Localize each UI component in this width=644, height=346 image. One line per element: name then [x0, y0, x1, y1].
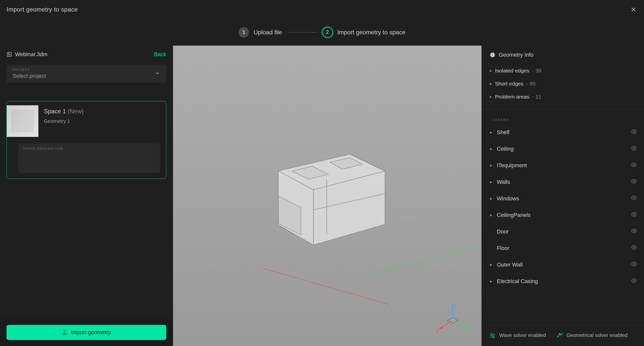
geometry-info-name: Isolated edges — [495, 68, 529, 74]
visibility-toggle[interactable] — [631, 162, 637, 169]
step-upload[interactable]: 1 Upload file — [238, 27, 282, 38]
geometry-info-item[interactable]: ▶Isolated edges - 39 — [490, 64, 636, 77]
visibility-toggle[interactable] — [631, 178, 637, 186]
wave-solver-status: Wave solver enabled — [489, 332, 546, 338]
visibility-toggle[interactable] — [631, 228, 637, 235]
space-card[interactable]: Space 1 (New) Geometry 1 SPACE DESCRIPTI… — [7, 101, 166, 179]
geometry-info-item[interactable]: ▶Short edges - 95 — [490, 77, 636, 90]
caret-right-icon: ▶ — [489, 280, 493, 283]
svg-marker-13 — [451, 303, 454, 306]
gizmo-z-label: Z — [454, 302, 457, 307]
svg-point-32 — [561, 333, 562, 334]
layer-row[interactable]: ▶Windows — [488, 190, 638, 207]
visibility-toggle[interactable] — [631, 278, 637, 285]
geometry-info-name: Short edges — [495, 81, 523, 87]
wave-icon — [489, 332, 496, 338]
step-number-2: 2 — [322, 27, 333, 38]
step-connector — [288, 32, 317, 33]
svg-point-30 — [633, 280, 635, 281]
right-divider — [482, 109, 644, 110]
back-link[interactable]: Back — [154, 51, 166, 58]
right-panel: Geometry info ▶Isolated edges - 39▶Short… — [481, 46, 644, 346]
layer-name: Floor — [493, 245, 631, 251]
svg-line-16 — [453, 320, 465, 327]
space-description-input[interactable]: SPACE DESCRIPTION — [18, 143, 160, 173]
visibility-toggle[interactable] — [631, 211, 637, 219]
left-panel: Webinar.3dm Back PROJECT Select project — [0, 46, 173, 346]
space-description-label: SPACE DESCRIPTION — [23, 147, 155, 150]
layer-row[interactable]: ▶Floor — [488, 240, 638, 256]
caret-right-icon: ▶ — [489, 263, 493, 267]
geometry-solver-icon — [556, 332, 563, 338]
svg-rect-20 — [492, 54, 493, 54]
gizmo-y-label: Y — [467, 328, 470, 332]
svg-point-23 — [633, 164, 635, 165]
import-geometry-button[interactable]: Import geometry — [7, 325, 166, 340]
layer-name: Electrical Casing — [493, 278, 631, 285]
svg-point-31 — [557, 336, 558, 337]
file-name: Webinar.3dm — [15, 51, 47, 58]
geometrical-solver-status: Geometrical solver enabled — [556, 332, 627, 338]
caret-right-icon: ▶ — [490, 82, 492, 85]
info-icon — [490, 52, 495, 58]
import-modal: Import geometry to space 1 Upload file 2… — [0, 0, 644, 346]
import-button-label: Import geometry — [71, 329, 111, 336]
left-divider — [0, 90, 173, 90]
visibility-toggle[interactable] — [631, 129, 637, 136]
axis-gizmo[interactable]: Z X Y — [434, 301, 471, 338]
close-button[interactable] — [629, 6, 637, 14]
step-import[interactable]: 2 Import geometry to space — [322, 27, 406, 38]
project-select-label: PROJECT — [13, 68, 46, 72]
gizmo-x-label: X — [436, 329, 439, 333]
layer-row[interactable]: ▶Outer Wall — [488, 256, 638, 273]
layer-row[interactable]: ▶ITequipment — [488, 157, 638, 174]
svg-point-27 — [633, 230, 635, 232]
layer-row[interactable]: ▶Walls — [488, 174, 638, 190]
geometrical-solver-label: Geometrical solver enabled — [567, 332, 627, 338]
chevron-down-icon — [155, 70, 160, 77]
layer-row[interactable]: ▶Door — [488, 223, 638, 240]
geometry-info-count: - 39 — [532, 68, 541, 74]
visibility-toggle[interactable] — [631, 244, 637, 252]
visibility-toggle[interactable] — [631, 195, 637, 202]
layer-name: Outer Wall — [493, 262, 631, 268]
modal-titlebar: Import geometry to space — [0, 0, 644, 19]
layer-row[interactable]: ▶CeilingPanels — [488, 207, 638, 223]
svg-point-25 — [633, 197, 635, 199]
layer-row[interactable]: ▶Electrical Casing — [488, 273, 638, 290]
step-label-2: Import geometry to space — [337, 29, 406, 36]
wave-solver-label: Wave solver enabled — [499, 332, 546, 338]
stepper: 1 Upload file 2 Import geometry to space — [0, 19, 644, 46]
layers-header: LAYERS — [488, 118, 638, 124]
layer-name: Walls — [493, 179, 631, 185]
caret-right-icon: ▶ — [489, 164, 493, 167]
layer-name: ITequipment — [493, 162, 631, 169]
building-model — [255, 127, 400, 252]
space-thumbnail — [7, 105, 38, 137]
svg-point-22 — [633, 147, 635, 149]
step-label-1: Upload file — [254, 29, 282, 36]
geometry-info-count: - 95 — [526, 81, 535, 87]
3d-viewport[interactable]: Z X Y — [173, 46, 481, 346]
svg-point-26 — [633, 214, 635, 215]
visibility-toggle[interactable] — [631, 145, 637, 153]
geometry-info-name: Problem areas — [495, 94, 529, 100]
visibility-toggle[interactable] — [631, 261, 637, 269]
svg-rect-0 — [7, 52, 12, 57]
geometry-info-item[interactable]: ▶Problem areas - 11 — [490, 90, 636, 103]
layer-row[interactable]: ▶Ceiling — [488, 141, 638, 157]
file-row: Webinar.3dm — [7, 51, 47, 58]
svg-point-29 — [633, 263, 635, 265]
caret-right-icon: ▶ — [489, 131, 493, 134]
solver-status-row: Wave solver enabled Geometrical solver e… — [482, 325, 644, 346]
geometry-info-title: Geometry info — [499, 52, 533, 58]
step-number-1: 1 — [238, 27, 249, 38]
caret-right-icon: ▶ — [489, 147, 493, 151]
main-row: Webinar.3dm Back PROJECT Select project — [0, 46, 644, 346]
layer-name: Door — [493, 228, 631, 235]
image-icon — [7, 52, 12, 57]
svg-point-21 — [633, 131, 635, 132]
geometry-info-section: Geometry info ▶Isolated edges - 39▶Short… — [482, 46, 644, 108]
project-select[interactable]: PROJECT Select project — [7, 65, 166, 83]
layer-row[interactable]: ▶Shelf — [488, 124, 638, 141]
